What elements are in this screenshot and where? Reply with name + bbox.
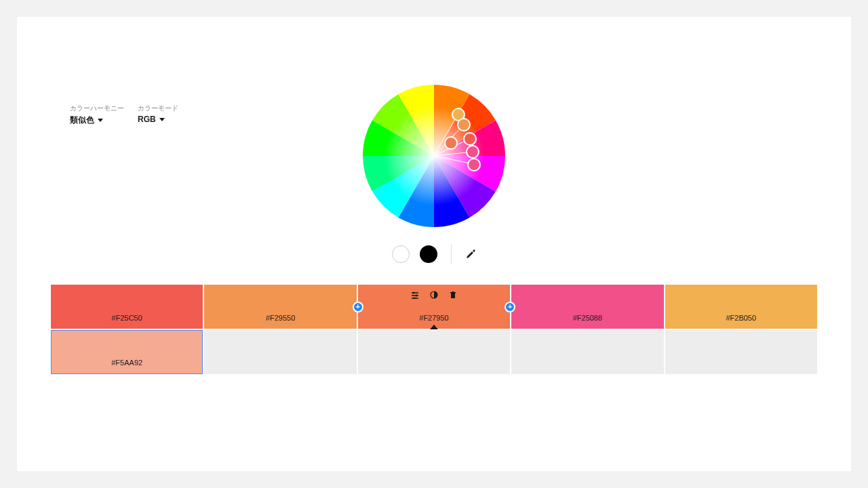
palette-hex: #F29550 xyxy=(266,314,295,322)
palette-cell[interactable] xyxy=(358,330,510,374)
palette-cell[interactable]: #F5AA92 xyxy=(51,330,203,374)
palette-hex: #F5AA92 xyxy=(111,359,142,367)
divider xyxy=(451,244,452,264)
harmony-control: カラーハーモニー 類似色 xyxy=(70,104,124,126)
active-marker-icon xyxy=(430,325,438,329)
wheel-picker[interactable] xyxy=(457,118,471,131)
mode-control: カラーモード RGB xyxy=(138,104,178,126)
palette: #F25C50#F29550#F27950++#F25088#F2B050#F5… xyxy=(51,285,817,374)
wheel-picker[interactable] xyxy=(444,136,458,150)
svg-point-11 xyxy=(413,298,415,300)
svg-point-7 xyxy=(412,292,414,294)
palette-cell[interactable] xyxy=(204,330,356,374)
svg-rect-13 xyxy=(451,293,455,298)
palette-cell[interactable]: #F2B050 xyxy=(665,285,817,329)
palette-cell[interactable]: #F29550 xyxy=(204,285,356,329)
palette-hex: #F2B050 xyxy=(726,314,756,322)
palette-grid: #F25C50#F29550#F27950++#F25088#F2B050#F5… xyxy=(51,285,817,374)
background-black-toggle[interactable] xyxy=(420,245,437,263)
wheel-controls xyxy=(392,244,476,264)
palette-hex: #F27950 xyxy=(419,314,448,322)
harmony-label: カラーハーモニー xyxy=(70,104,124,113)
eyedropper-icon[interactable] xyxy=(465,249,476,260)
svg-point-9 xyxy=(415,295,417,297)
palette-cell[interactable] xyxy=(665,330,817,374)
svg-rect-15 xyxy=(452,291,454,293)
chevron-down-icon xyxy=(159,118,165,121)
harmony-value: 類似色 xyxy=(70,115,94,126)
color-tool-panel: カラーハーモニー 類似色 カラーモード RGB xyxy=(17,17,851,471)
palette-cell[interactable]: #F25C50 xyxy=(51,285,203,329)
wheel-picker[interactable] xyxy=(467,158,481,171)
palette-hex: #F25C50 xyxy=(112,314,142,322)
add-color-button[interactable]: + xyxy=(353,302,363,312)
trash-icon[interactable] xyxy=(448,290,458,300)
wheel-picker[interactable] xyxy=(466,145,479,159)
palette-hex: #F25088 xyxy=(573,314,602,322)
background-white-toggle[interactable] xyxy=(392,245,410,263)
harmony-select[interactable]: 類似色 xyxy=(70,115,124,126)
contrast-icon[interactable] xyxy=(429,290,439,300)
add-color-button[interactable]: + xyxy=(505,302,515,312)
top-controls: カラーハーモニー 類似色 カラーモード RGB xyxy=(70,104,178,126)
mode-label: カラーモード xyxy=(138,104,178,113)
cell-tools xyxy=(410,290,458,300)
mode-value: RGB xyxy=(138,115,156,124)
mode-select[interactable]: RGB xyxy=(138,115,178,124)
palette-cell[interactable]: #F27950++ xyxy=(358,285,510,329)
palette-cell[interactable] xyxy=(511,330,663,374)
wheel-picker[interactable] xyxy=(463,132,477,146)
sliders-icon[interactable] xyxy=(410,290,420,300)
color-wheel[interactable] xyxy=(363,85,505,227)
chevron-down-icon xyxy=(98,119,103,122)
palette-cell[interactable]: #F25088 xyxy=(511,285,663,329)
